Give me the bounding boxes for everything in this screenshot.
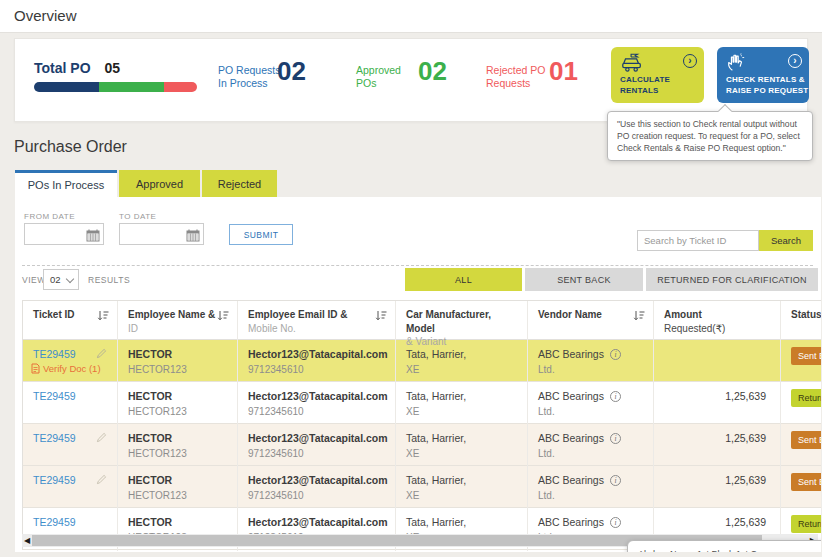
stat-value: 02 — [277, 56, 306, 87]
stat-value: 02 — [418, 56, 447, 87]
status-badge: Sent Back — [791, 431, 821, 449]
employee-cell: HECTOR HECTOR123 — [118, 340, 238, 383]
calculate-rentals-button[interactable]: › CALCULATE RENTALS — [611, 47, 704, 103]
tooltip-text: "Use this section to Check rental output… — [617, 119, 800, 153]
tab-pos-in-process[interactable]: POs In Process — [15, 170, 117, 197]
stat-label: Rejected PO Requests — [486, 64, 546, 90]
po-table: Ticket ID Employee Name & ID Employee Em… — [22, 300, 821, 550]
total-po-label: Total PO — [34, 60, 91, 76]
status-badge: Returned — [791, 389, 821, 407]
vendor-cell: ABC Bearingsi Ltd. — [528, 382, 654, 425]
table-row[interactable]: TE29459 HECTOR HECTOR123 Hector123@Tatac… — [22, 466, 821, 508]
table-row[interactable]: TE29459 HECTOR HECTOR123 Hector123@Tatac… — [22, 424, 821, 466]
amount-cell: 1,25,639 — [654, 466, 781, 509]
status-badge: Sent Back — [791, 347, 821, 365]
table-row[interactable]: TE29459 HECTOR HECTOR123 Hector123@Tatac… — [22, 382, 821, 424]
vendor-info-icon[interactable]: i — [610, 349, 621, 360]
calculate-rentals-label: CALCULATE RENTALS — [620, 75, 670, 96]
sort-icon[interactable] — [633, 310, 645, 326]
raise-hand-icon — [726, 53, 746, 76]
section-info-tooltip: "Use this section to Check rental output… — [607, 111, 813, 161]
arrow-circle-icon: › — [683, 54, 697, 68]
results-label: RESULTS — [88, 275, 130, 285]
vendor-info-icon[interactable]: i — [610, 391, 621, 402]
amount-cell: 1,25,639 — [654, 424, 781, 467]
search-button[interactable]: Search — [759, 230, 813, 251]
employee-cell: HECTOR HECTOR123 — [118, 382, 238, 425]
top-bar: Overview — [0, 0, 822, 33]
status-badge: Returned — [791, 515, 821, 533]
chevron-down-icon — [66, 275, 74, 283]
ticket-id-link[interactable]: TE29459 — [33, 474, 76, 486]
calendar-icon[interactable] — [186, 228, 200, 246]
verify-doc-link[interactable]: Verify Doc (1) — [31, 363, 101, 376]
vendor-info-icon[interactable]: i — [610, 433, 621, 444]
status-cell: Returned — [781, 382, 821, 425]
amount-cell: 1,25,639 — [654, 382, 781, 425]
vendor-cell: ABC Bearingsi Ltd. — [528, 466, 654, 509]
total-po-progress-bar — [34, 82, 197, 92]
status-badge: Sent Back — [791, 473, 821, 491]
ticket-id-link[interactable]: TE29459 — [33, 516, 76, 528]
car-cell: Tata, Harrier, XE — [396, 382, 528, 425]
vendor-cell: ABC Bearingsi Ltd. — [528, 424, 654, 467]
search-input[interactable] — [637, 230, 759, 251]
car-cell: Tata, Harrier, XE — [396, 340, 528, 383]
ticket-cell: TE29459 — [23, 466, 118, 509]
view-count-value: 02 — [50, 274, 61, 285]
filter-all-button[interactable]: ALL — [405, 268, 522, 291]
ticket-id-link[interactable]: TE29459 — [33, 390, 76, 402]
scroll-left-arrow[interactable]: ◀ — [24, 535, 30, 546]
employee-cell: HECTOR HECTOR123 — [118, 466, 238, 509]
email-cell: Hector123@Tatacapital.com 9712345610 — [238, 424, 396, 467]
status-cell: Sent Back — [781, 340, 821, 383]
vendor-info-icon[interactable]: i — [610, 475, 621, 486]
total-po-stat: Total PO05 — [34, 59, 120, 77]
edit-pencil-icon[interactable] — [96, 474, 107, 489]
purchase-order-panel: FROM DATE TO DATE SUBMIT Search — [15, 197, 821, 552]
dashed-separator — [22, 265, 813, 266]
email-cell: Hector123@Tatacapital.com 9712345610 — [238, 340, 396, 383]
bar-segment-in-process — [34, 82, 99, 92]
car-cell: Tata, Harrier, XE — [396, 424, 528, 467]
vendor-cell: ABC Bearingsi Ltd. — [528, 340, 654, 383]
status-cell: Sent Back — [781, 424, 821, 467]
page-title: Overview — [14, 7, 77, 24]
submit-button[interactable]: SUBMIT — [229, 224, 293, 245]
check-rentals-label: CHECK RENTALS & RAISE PO REQUEST — [726, 75, 808, 96]
stat-label: PO Requests In Process — [218, 64, 280, 90]
check-rentals-raise-po-button[interactable]: › CHECK RENTALS & RAISE PO REQUEST — [717, 47, 809, 103]
email-cell: Hector123@Tatacapital.com 9712345610 — [238, 466, 396, 509]
tab-approved[interactable]: Approved — [119, 170, 200, 197]
calendar-icon[interactable] — [86, 228, 100, 246]
filter-sent-back-button[interactable]: SENT BACK — [525, 268, 643, 291]
vendor-info-icon[interactable]: i — [610, 517, 621, 528]
filter-returned-for-clarification-button[interactable]: RETURNED FOR CLARIFICATION — [646, 268, 818, 291]
app: Overview Total PO05 PO Requests In Proce… — [0, 0, 822, 557]
sort-icon[interactable] — [375, 310, 387, 326]
email-cell: Hector123@Tatacapital.com 9712345610 — [238, 382, 396, 425]
status-cell: Sent Back — [781, 466, 821, 509]
edit-pencil-icon[interactable] — [96, 348, 107, 363]
to-date-label: TO DATE — [119, 212, 156, 221]
sort-icon[interactable] — [217, 310, 229, 326]
table-row[interactable]: TE29459 Verify Doc (1) HECTOR HECTOR123 … — [22, 340, 821, 382]
ticket-cell: TE29459 Verify Doc (1) — [23, 340, 118, 383]
arrow-circle-icon: › — [788, 54, 802, 68]
ticket-id-link[interactable]: TE29459 — [33, 348, 76, 360]
vendor-address-text: Akshya Nagar 1st Block 1st Cross, Rammur… — [638, 549, 789, 552]
car-icon — [620, 53, 644, 75]
bar-segment-approved — [99, 82, 164, 92]
tab-rejected[interactable]: Rejected — [202, 170, 277, 197]
sort-icon[interactable] — [97, 310, 109, 326]
ticket-cell: TE29459 — [23, 382, 118, 425]
employee-cell: HECTOR HECTOR123 — [118, 424, 238, 467]
purchase-order-title: Purchase Order — [14, 138, 127, 156]
overview-card: Total PO05 PO Requests In Process 02 App… — [14, 38, 808, 122]
vendor-address-tooltip: Akshya Nagar 1st Block 1st Cross, Rammur… — [627, 540, 821, 552]
edit-pencil-icon[interactable] — [96, 432, 107, 447]
view-count-select[interactable]: 02 — [43, 269, 79, 290]
ticket-id-link[interactable]: TE29459 — [33, 432, 76, 444]
stat-label: Approved POs — [356, 64, 401, 90]
from-date-label: FROM DATE — [24, 212, 75, 221]
